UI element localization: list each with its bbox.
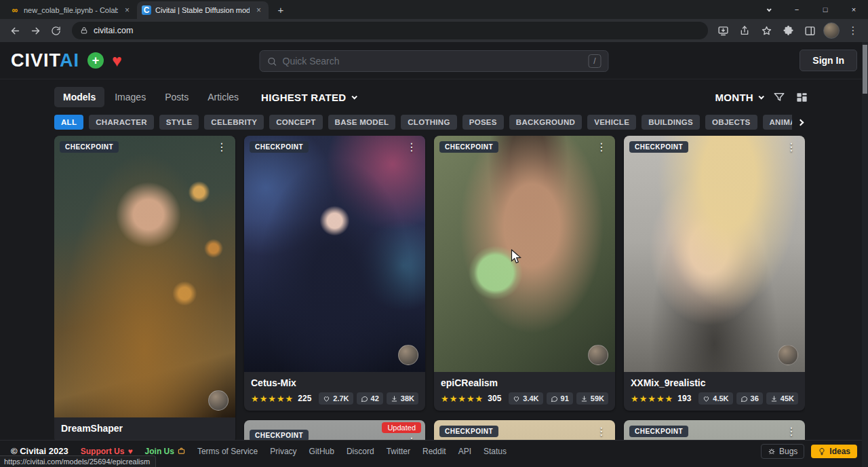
search-input[interactable] bbox=[283, 56, 583, 67]
category-pill[interactable]: ALL bbox=[54, 115, 83, 130]
period-dropdown[interactable]: MONTH bbox=[715, 92, 764, 103]
tab-colab[interactable]: ∞ new_colab_file.ipynb - Colaborat × bbox=[5, 1, 137, 19]
tab-models[interactable]: Models bbox=[54, 87, 104, 107]
footer-link-reddit[interactable]: Reddit bbox=[422, 447, 446, 456]
comments-count: 42 bbox=[371, 394, 379, 403]
minimize-button[interactable]: − bbox=[783, 0, 811, 19]
category-pill[interactable]: CLOTHING bbox=[401, 115, 456, 130]
sort-dropdown[interactable]: HIGHEST RATED bbox=[261, 92, 356, 103]
bookmark-star-icon bbox=[761, 25, 772, 37]
creator-avatar[interactable] bbox=[778, 345, 798, 365]
sign-in-button[interactable]: Sign In bbox=[800, 50, 857, 71]
install-icon bbox=[717, 25, 729, 37]
card-menu-button[interactable]: ⋮ bbox=[783, 424, 800, 439]
layout-toggle-button[interactable] bbox=[795, 91, 808, 104]
category-pill[interactable]: CHARACTER bbox=[89, 115, 154, 130]
model-card[interactable]: CHECKPOINT ⋮ epiCRealism ★★★★★ 305 3.4K bbox=[434, 136, 615, 411]
card-stats: ★★★★★ 225 2.7K 42 bbox=[251, 392, 418, 405]
forward-button[interactable] bbox=[26, 21, 45, 40]
ideas-label: Ideas bbox=[829, 447, 850, 456]
back-button[interactable] bbox=[5, 21, 24, 40]
footer-link-github[interactable]: GitHub bbox=[309, 447, 334, 456]
tab-images[interactable]: Images bbox=[106, 87, 155, 107]
tab-close-button[interactable]: × bbox=[122, 5, 132, 16]
category-row: ALL CHARACTER STYLE CELEBRITY CONCEPT BA… bbox=[54, 113, 808, 131]
footer-link-support[interactable]: Support Us ♥ bbox=[81, 447, 133, 456]
reload-button[interactable] bbox=[46, 21, 65, 40]
chevron-down-icon bbox=[758, 94, 764, 99]
creator-avatar[interactable] bbox=[398, 345, 418, 365]
install-app-button[interactable] bbox=[715, 22, 731, 39]
bookmark-button[interactable] bbox=[758, 22, 774, 39]
tab-articles[interactable]: Articles bbox=[199, 87, 248, 107]
likes-count: 2.7K bbox=[333, 394, 349, 403]
content-tabs: Models Images Posts Articles bbox=[54, 87, 248, 107]
category-pill[interactable]: OBJECTS bbox=[705, 115, 757, 130]
category-pill[interactable]: POSES bbox=[462, 115, 504, 130]
tab-civitai[interactable]: C Civitai | Stable Diffusion models, × bbox=[137, 1, 269, 19]
category-pill[interactable]: BACKGROUND bbox=[509, 115, 582, 130]
tab-search-chevron-icon[interactable] bbox=[754, 0, 783, 19]
civitai-logo[interactable]: CIVITAI bbox=[11, 50, 79, 71]
footer-link-join[interactable]: Join Us bbox=[145, 447, 185, 456]
tab-posts[interactable]: Posts bbox=[156, 87, 197, 107]
footer-link-privacy[interactable]: Privacy bbox=[270, 447, 296, 456]
favorites-heart-icon[interactable]: ♥ bbox=[112, 52, 122, 69]
bugs-button[interactable]: Bugs bbox=[761, 444, 804, 459]
download-icon bbox=[580, 395, 588, 403]
model-card-image: CHECKPOINT ⋮ bbox=[434, 136, 615, 372]
category-pill[interactable]: STYLE bbox=[159, 115, 199, 130]
maximize-button[interactable]: □ bbox=[811, 0, 840, 19]
model-card[interactable]: CHECKPOINT ⋮ Cetus-Mix ★★★★★ 225 2.7K bbox=[244, 136, 425, 411]
filters-button[interactable] bbox=[773, 91, 785, 103]
footer-link-terms[interactable]: Terms of Service bbox=[197, 447, 258, 456]
close-button[interactable]: × bbox=[840, 0, 868, 19]
card-menu-button[interactable]: ⋮ bbox=[403, 139, 420, 155]
bugs-label: Bugs bbox=[779, 447, 797, 456]
card-body: Cetus-Mix ★★★★★ 225 2.7K 42 bbox=[244, 372, 425, 411]
category-pill[interactable]: CELEBRITY bbox=[204, 115, 264, 130]
downloads-pill: 59K bbox=[576, 392, 608, 405]
browser-menu-button[interactable]: ⋮ bbox=[845, 22, 861, 39]
likes-pill: 2.7K bbox=[319, 392, 353, 405]
share-button[interactable] bbox=[736, 22, 753, 39]
scrollbar-thumb[interactable] bbox=[863, 45, 867, 94]
footer-link-api[interactable]: API bbox=[458, 447, 471, 456]
footer-right: Bugs Ideas bbox=[761, 444, 857, 459]
address-bar[interactable]: civitai.com bbox=[72, 22, 708, 39]
model-card[interactable]: CHECKPOINT ⋮ DreamShaper bbox=[54, 136, 235, 444]
browser-profile-avatar[interactable] bbox=[823, 22, 840, 39]
category-pill[interactable]: BUILDINGS bbox=[642, 115, 700, 130]
new-tab-button[interactable]: + bbox=[273, 1, 289, 18]
category-pill[interactable]: CONCEPT bbox=[269, 115, 322, 130]
search-bar[interactable]: / bbox=[260, 50, 609, 72]
status-bar: https://civitai.com/models/25694/epicrea… bbox=[0, 455, 156, 467]
creator-avatar[interactable] bbox=[208, 390, 229, 411]
footer-link-discord[interactable]: Discord bbox=[347, 447, 374, 456]
model-card[interactable]: CHECKPOINT ⋮ XXMix_9realistic ★★★★★ 193 … bbox=[624, 136, 805, 411]
category-pill[interactable]: ANIMAL bbox=[763, 115, 793, 130]
comments-pill: 91 bbox=[547, 392, 573, 405]
categories-next-button[interactable] bbox=[792, 120, 808, 125]
footer-link-status[interactable]: Status bbox=[484, 447, 507, 456]
ideas-button[interactable]: Ideas bbox=[811, 445, 857, 458]
likes-pill: 3.4K bbox=[509, 392, 542, 405]
category-pill[interactable]: VEHICLE bbox=[587, 115, 636, 130]
tab-close-button[interactable]: × bbox=[254, 5, 264, 16]
filter-funnel-icon bbox=[773, 91, 785, 103]
extensions-button[interactable] bbox=[780, 22, 796, 39]
create-button[interactable]: + bbox=[87, 52, 104, 69]
footer-link-twitter[interactable]: Twitter bbox=[387, 447, 410, 456]
card-menu-button[interactable]: ⋮ bbox=[593, 424, 610, 439]
scrollbar-track[interactable] bbox=[862, 42, 868, 467]
creator-avatar[interactable] bbox=[588, 345, 608, 365]
category-pill[interactable]: BASE MODEL bbox=[328, 115, 396, 130]
model-title: Cetus-Mix bbox=[251, 377, 418, 388]
card-menu-button[interactable]: ⋮ bbox=[593, 139, 610, 155]
side-panel-button[interactable] bbox=[802, 22, 818, 39]
card-menu-button[interactable]: ⋮ bbox=[783, 139, 800, 155]
sort-label: HIGHEST RATED bbox=[261, 92, 346, 103]
model-title: DreamShaper bbox=[61, 423, 229, 434]
rating-count: 193 bbox=[677, 394, 691, 403]
card-menu-button[interactable]: ⋮ bbox=[213, 139, 231, 155]
